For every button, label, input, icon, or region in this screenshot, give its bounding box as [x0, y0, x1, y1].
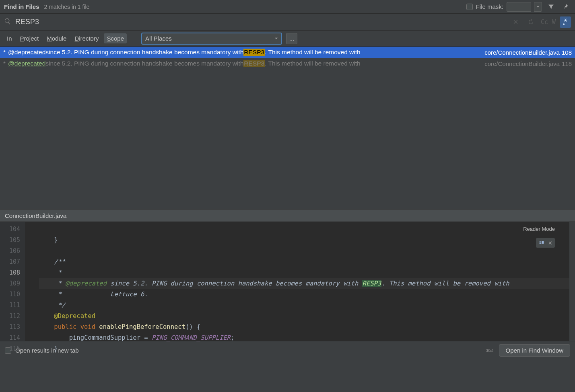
result-after: . This method will be removed with [265, 60, 360, 67]
header-right: File mask: [466, 1, 571, 12]
dialog-title: Find in Files [4, 3, 39, 10]
result-match: RESP3 [243, 60, 265, 67]
file-mask-label: File mask: [476, 3, 503, 10]
header: Find in Files 2 matches in 1 file File m… [0, 0, 575, 14]
result-after: . This method will be removed with [265, 49, 360, 56]
reader-mode-toggle[interactable]: ✕ [536, 238, 555, 248]
match-case-toggle[interactable]: Cc [541, 18, 548, 26]
scope-select[interactable]: All Places [141, 33, 282, 45]
preview-filename: ConnectionBuilder.java [5, 212, 66, 219]
close-icon [512, 18, 519, 25]
gutter-line[interactable]: 104 [0, 224, 20, 235]
words-toggle[interactable]: W [552, 18, 556, 26]
tab-module[interactable]: Module [44, 33, 69, 43]
gutter-line[interactable]: 107 [0, 257, 20, 267]
clear-button[interactable] [510, 16, 521, 28]
scope-row: In Project Module Directory Scope All Pl… [0, 31, 575, 47]
gutter-line[interactable]: 110 [0, 289, 20, 300]
results-list: * @deprecated since 5.2. PING during con… [0, 47, 575, 209]
chevron-down-icon [274, 37, 278, 40]
history-icon [528, 18, 534, 25]
reader-icon [538, 240, 545, 246]
result-path: core/ConnectionBuilder.java108 [484, 49, 572, 56]
result-line: 108 [562, 49, 572, 56]
match-count: 2 matches in 1 file [44, 4, 90, 10]
file-mask-input[interactable] [507, 2, 531, 12]
result-prefix: * [3, 60, 6, 67]
scope-more-button[interactable]: ... [286, 33, 297, 44]
reader-mode-label: Reader Mode [523, 226, 555, 232]
regex-toggle[interactable] [560, 16, 571, 28]
result-before: since 5.2. PING during connection handsh… [45, 49, 243, 56]
result-line: 118 [562, 60, 572, 67]
pin-icon [562, 3, 569, 10]
tab-directory[interactable]: Directory [72, 33, 101, 43]
pin-button[interactable] [560, 1, 571, 12]
result-row[interactable]: * @deprecated since 5.2. PING during con… [0, 47, 575, 58]
file-mask-dropdown[interactable] [534, 2, 542, 12]
preview-header: ConnectionBuilder.java [0, 209, 575, 222]
gutter-line[interactable]: 115 [0, 343, 20, 354]
gutter-line[interactable]: 113 [0, 322, 20, 332]
history-button[interactable] [526, 16, 537, 28]
tab-scope[interactable]: Scope [104, 33, 127, 43]
result-row[interactable]: * @deprecated since 5.2. PING during con… [0, 58, 575, 69]
gutter-line[interactable]: 111 [0, 300, 20, 311]
scope-select-value: All Places [145, 35, 172, 42]
search-icon [4, 18, 11, 26]
gutter-line[interactable]: 109 [0, 278, 20, 289]
code-body[interactable]: } /** * * @deprecated since 5.2. PING du… [25, 222, 575, 341]
deprecated-tag: @deprecated [8, 49, 45, 56]
tab-project[interactable]: Project [17, 33, 42, 43]
gutter: 104 105 106 107 108 109 110 111 112 113 … [0, 222, 25, 341]
result-path: core/ConnectionBuilder.java118 [484, 60, 572, 67]
scope-prefix: In [4, 33, 15, 43]
search-row: Cc W [0, 14, 575, 31]
scrollbar[interactable] [569, 222, 575, 341]
result-match: RESP3 [243, 49, 265, 56]
deprecated-tag: @deprecated [8, 60, 45, 67]
scope-select-wrap: All Places ... [141, 33, 297, 45]
close-icon[interactable]: ✕ [548, 240, 552, 246]
search-options: Cc W [510, 16, 571, 28]
result-prefix: * [3, 49, 6, 56]
gutter-line[interactable]: 106 [0, 246, 20, 257]
gutter-line[interactable]: 105 [0, 235, 20, 246]
regex-icon [562, 18, 569, 25]
chevron-down-icon [536, 5, 540, 8]
code-preview: 104 105 106 107 108 109 110 111 112 113 … [0, 222, 575, 341]
gutter-line[interactable]: 112 [0, 311, 20, 322]
filter-icon [548, 3, 554, 10]
search-input[interactable] [15, 18, 510, 26]
gutter-line[interactable]: 108 [0, 267, 20, 278]
file-mask-checkbox[interactable] [466, 4, 473, 10]
filter-button[interactable] [545, 1, 556, 12]
result-before: since 5.2. PING during connection handsh… [45, 60, 243, 67]
gutter-line[interactable]: 114 [0, 332, 20, 343]
